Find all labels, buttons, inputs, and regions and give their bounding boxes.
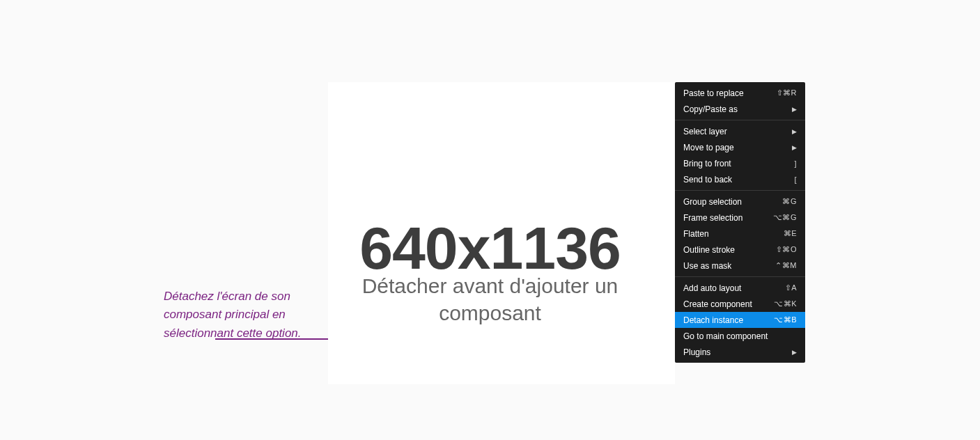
menu-item-label: Plugins <box>683 347 710 357</box>
menu-item-copy-paste-as[interactable]: Copy/Paste as▶ <box>675 101 805 117</box>
menu-item-label: Select layer <box>683 127 727 136</box>
menu-item-move-to-page[interactable]: Move to page▶ <box>675 139 805 155</box>
placeholder-instruction: Détacher avant d'ajouter un composant <box>330 272 651 327</box>
menu-item-plugins[interactable]: Plugins▶ <box>675 344 805 360</box>
chevron-right-icon: ▶ <box>792 349 797 356</box>
menu-item-go-to-main-component[interactable]: Go to main component <box>675 328 805 344</box>
menu-item-send-to-back[interactable]: Send to back[ <box>675 171 805 187</box>
context-menu: Paste to replace⇧⌘RCopy/Paste as▶Select … <box>675 82 805 363</box>
menu-item-label: Group selection <box>683 197 742 207</box>
annotation-caption: Détachez l'écran de son composant princi… <box>164 288 338 343</box>
menu-item-select-layer[interactable]: Select layer▶ <box>675 123 805 139</box>
menu-item-shortcut: ⌃⌘M <box>775 261 797 270</box>
menu-item-paste-to-replace[interactable]: Paste to replace⇧⌘R <box>675 85 805 101</box>
menu-item-shortcut: ⇧⌘R <box>777 88 797 97</box>
menu-divider <box>675 190 805 191</box>
menu-item-label: Detach instance <box>683 315 743 325</box>
menu-item-label: Use as mask <box>683 261 731 271</box>
chevron-right-icon: ▶ <box>792 144 797 151</box>
menu-item-outline-stroke[interactable]: Outline stroke⇧⌘O <box>675 242 805 258</box>
menu-item-label: Go to main component <box>683 331 768 341</box>
menu-item-shortcut: ⌘G <box>782 197 797 206</box>
menu-item-shortcut: ⌥⌘G <box>773 213 797 222</box>
menu-item-label: Outline stroke <box>683 245 735 255</box>
content-container: Détachez l'écran de son composant princi… <box>13 10 967 430</box>
menu-item-shortcut: ] <box>794 159 797 168</box>
menu-item-bring-to-front[interactable]: Bring to front] <box>675 155 805 171</box>
menu-item-flatten[interactable]: Flatten⌘E <box>675 226 805 242</box>
menu-item-shortcut: ⌥⌘K <box>774 299 797 308</box>
menu-item-group-selection[interactable]: Group selection⌘G <box>675 194 805 210</box>
menu-item-label: Bring to front <box>683 159 731 168</box>
menu-divider <box>675 276 805 277</box>
menu-item-label: Move to page <box>683 143 734 152</box>
menu-divider <box>675 120 805 120</box>
menu-item-label: Paste to replace <box>683 88 744 98</box>
menu-item-label: Flatten <box>683 229 709 239</box>
menu-item-shortcut: ⌘E <box>784 229 797 238</box>
menu-item-label: Add auto layout <box>683 283 741 293</box>
menu-item-shortcut: [ <box>794 175 797 184</box>
menu-item-add-auto-layout[interactable]: Add auto layout⇧A <box>675 280 805 296</box>
chevron-right-icon: ▶ <box>792 106 797 113</box>
menu-item-shortcut: ⌥⌘B <box>774 315 797 324</box>
menu-item-detach-instance[interactable]: Detach instance⌥⌘B <box>675 312 805 328</box>
menu-item-label: Copy/Paste as <box>683 104 738 114</box>
menu-item-label: Create component <box>683 299 752 309</box>
menu-item-frame-selection[interactable]: Frame selection⌥⌘G <box>675 210 805 226</box>
menu-item-shortcut: ⇧⌘O <box>776 245 797 254</box>
menu-item-label: Frame selection <box>683 213 742 223</box>
menu-item-create-component[interactable]: Create component⌥⌘K <box>675 296 805 312</box>
menu-item-label: Send to back <box>683 175 732 184</box>
menu-item-use-as-mask[interactable]: Use as mask⌃⌘M <box>675 258 805 274</box>
menu-item-shortcut: ⇧A <box>785 283 797 292</box>
chevron-right-icon: ▶ <box>792 128 797 135</box>
